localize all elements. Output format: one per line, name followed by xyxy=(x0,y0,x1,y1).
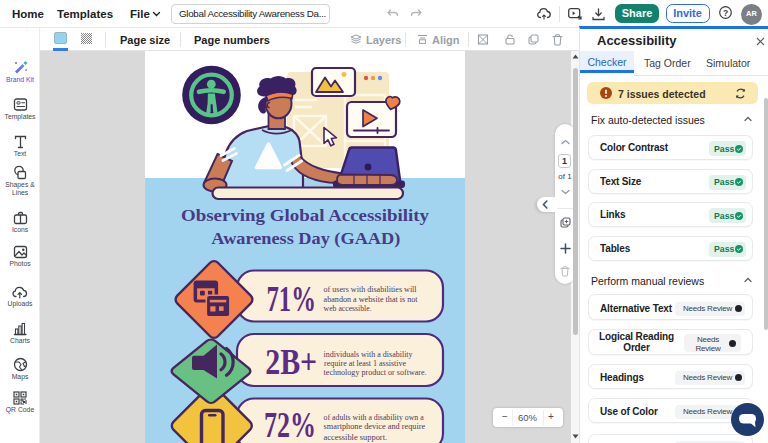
svg-text:web accessible.: web accessible. xyxy=(324,303,372,313)
svg-text:?: ? xyxy=(722,8,727,18)
svg-text:smartphone device and require: smartphone device and require xyxy=(324,421,426,431)
svg-text:2B+: 2B+ xyxy=(265,343,317,382)
svg-text:accessible support.: accessible support. xyxy=(324,432,388,442)
svg-text:technology product or software: technology product or software. xyxy=(324,367,427,377)
svg-text:Awareness Day (GAAD): Awareness Day (GAAD) xyxy=(211,228,400,248)
svg-text:71%: 71% xyxy=(266,280,316,319)
svg-text:Observing Global Accessibility: Observing Global Accessibility xyxy=(181,205,429,225)
svg-text:72%: 72% xyxy=(264,406,316,443)
svg-text:abandon a website that is not: abandon a website that is not xyxy=(324,294,419,304)
